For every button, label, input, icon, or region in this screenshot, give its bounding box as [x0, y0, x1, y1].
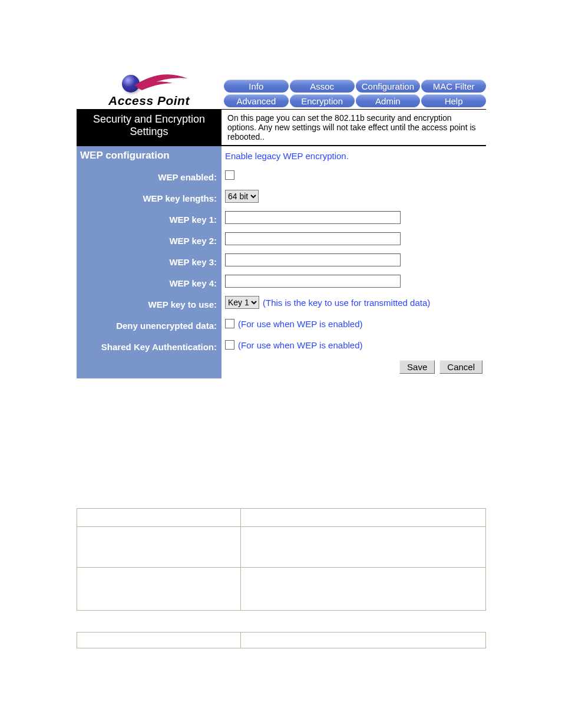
tab-info[interactable]: Info: [224, 80, 289, 93]
tab-advanced[interactable]: Advanced: [224, 94, 289, 107]
wep-key-lengths-select[interactable]: 64 bit: [225, 190, 259, 203]
tab-encryption[interactable]: Encryption: [290, 94, 355, 107]
tab-admin[interactable]: Admin: [356, 94, 421, 107]
blank-table-2: [77, 632, 486, 648]
wep-key-lengths-label: WEP key lengths:: [77, 193, 222, 203]
tab-help[interactable]: Help: [421, 94, 486, 107]
nav-tabs: Info Assoc Configuration MAC Filter Adva…: [222, 80, 486, 109]
wep-key-use-hint: (This is the key to use for transmitted …: [263, 298, 430, 308]
tab-assoc[interactable]: Assoc: [290, 80, 355, 93]
wep-key3-label: WEP key 3:: [77, 257, 222, 267]
cancel-button[interactable]: Cancel: [439, 360, 482, 374]
page-description: On this page you can set the 802.11b sec…: [222, 110, 486, 146]
wep-key4-input[interactable]: [225, 275, 401, 288]
deny-unencrypted-checkbox[interactable]: [225, 319, 234, 328]
wep-key2-label: WEP key 2:: [77, 236, 222, 246]
wep-key1-label: WEP key 1:: [77, 215, 222, 225]
wep-enabled-checkbox[interactable]: [225, 170, 234, 180]
shared-key-auth-hint: (For use when WEP is enabled): [238, 340, 363, 350]
wep-key2-input[interactable]: [225, 232, 401, 245]
wep-key-use-label: WEP key to use:: [77, 299, 222, 309]
logo: Access Point: [77, 73, 222, 109]
deny-unencrypted-hint: (For use when WEP is enabled): [238, 319, 363, 329]
tab-mac-filter[interactable]: MAC Filter: [421, 80, 486, 93]
wep-key1-input[interactable]: [225, 211, 401, 224]
blank-table-1: [77, 508, 486, 611]
page-title: Security and Encryption Settings: [77, 110, 222, 146]
shared-key-auth-checkbox[interactable]: [225, 340, 234, 350]
wep-key4-label: WEP key 4:: [77, 278, 222, 288]
tab-configuration[interactable]: Configuration: [356, 80, 421, 93]
deny-unencrypted-label: Deny unencrypted data:: [77, 321, 222, 331]
wep-key-use-select[interactable]: Key 1: [225, 296, 259, 309]
shared-key-auth-label: Shared Key Authentication:: [77, 342, 222, 352]
wep-key3-input[interactable]: [225, 253, 401, 266]
section-description: Enable legacy WEP encryption.: [222, 146, 486, 163]
section-heading: WEP configuration: [77, 146, 222, 163]
logo-icon: [114, 73, 184, 95]
save-button[interactable]: Save: [399, 360, 435, 374]
wep-enabled-label: WEP enabled:: [77, 172, 222, 182]
